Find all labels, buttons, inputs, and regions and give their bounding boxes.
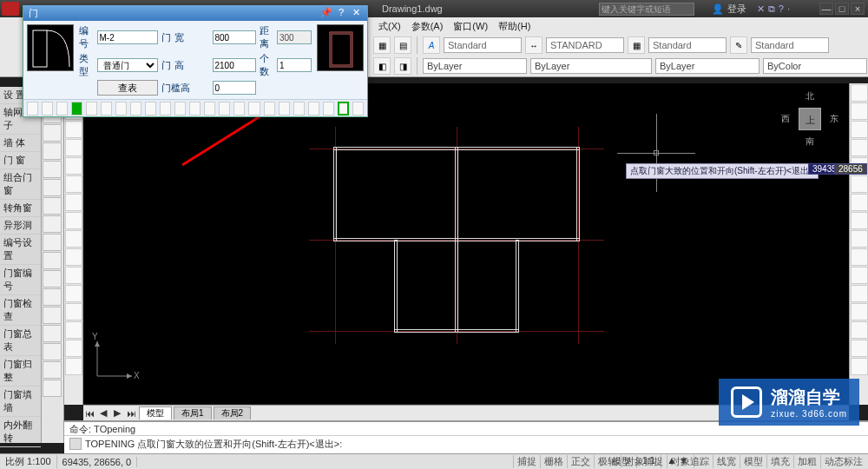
tab-nav-first[interactable]: ⏮ <box>83 408 95 419</box>
width-input[interactable] <box>213 30 256 44</box>
dim-style-icon[interactable]: ↔ <box>525 36 542 54</box>
menu-help[interactable]: 帮助(H) <box>493 20 536 33</box>
dtb-12[interactable] <box>189 102 201 116</box>
toggle-osnap[interactable]: 对象捕捉 <box>621 455 667 468</box>
lp-flip-io[interactable]: 内外翻转 <box>0 417 41 447</box>
draw-spline-icon[interactable] <box>65 230 82 248</box>
lp2-13[interactable] <box>43 307 62 324</box>
toggle-polar[interactable]: 极轴 <box>594 455 621 468</box>
draw-arc-icon[interactable] <box>65 139 82 156</box>
lookup-button[interactable]: 查表 <box>97 80 158 96</box>
dtb-23[interactable] <box>352 102 364 116</box>
dtb-1[interactable] <box>27 102 38 116</box>
toggle-fill[interactable]: 填充 <box>766 455 793 468</box>
lp2-15[interactable] <box>43 343 62 360</box>
menu-params[interactable]: 参数(A) <box>406 20 449 33</box>
dtb-19[interactable] <box>293 102 305 116</box>
lp-numset[interactable]: 编号设置 <box>0 234 41 265</box>
mod-11[interactable] <box>851 267 868 284</box>
dtb-13[interactable] <box>204 102 215 116</box>
dtb-2[interactable] <box>42 102 53 116</box>
door-plan-preview[interactable] <box>27 24 74 71</box>
height-input[interactable] <box>213 58 256 72</box>
vc-top[interactable]: 上 <box>799 108 821 130</box>
lp-wall[interactable]: 墙 体 <box>0 135 41 152</box>
mod-1[interactable] <box>851 84 868 102</box>
lp2-12[interactable] <box>43 288 62 306</box>
dtb-4[interactable] <box>71 102 82 116</box>
lp2-5[interactable] <box>43 161 62 178</box>
lp2-7[interactable] <box>43 197 62 215</box>
draw-region-icon[interactable] <box>65 303 82 320</box>
dtb-9[interactable] <box>145 102 156 116</box>
mod-10[interactable] <box>851 248 868 266</box>
menu-x[interactable]: 式(X) <box>373 20 406 33</box>
login-area[interactable]: 👤 登录 <box>712 3 746 16</box>
dtb-16[interactable] <box>248 102 260 116</box>
toggle-bold[interactable]: 加粗 <box>793 455 820 468</box>
layer-btn-2[interactable]: ◨ <box>394 57 411 75</box>
mod-15[interactable] <box>851 340 868 357</box>
dtb-10[interactable] <box>160 102 171 116</box>
lp2-16[interactable] <box>43 361 62 379</box>
ml-style-icon[interactable]: ✎ <box>730 36 747 54</box>
count-input[interactable] <box>277 58 312 72</box>
toggle-ortho[interactable]: 正交 <box>567 455 594 468</box>
dim-style-drop[interactable]: STANDARD <box>546 37 624 53</box>
table-style-drop[interactable]: Standard <box>648 37 727 53</box>
mod-4[interactable] <box>851 139 868 156</box>
qat-a-icon[interactable]: ⧉ <box>768 3 775 15</box>
qat-help-icon[interactable]: ? <box>779 3 784 14</box>
status-scale[interactable]: 比例 1:100 <box>0 455 57 468</box>
mod-6[interactable] <box>851 175 868 193</box>
layer-drop[interactable]: ByLayer <box>423 58 527 74</box>
draw-point-icon[interactable] <box>65 248 82 266</box>
lp-number[interactable]: 门窗编号 <box>0 265 41 295</box>
mod-8[interactable] <box>851 212 868 229</box>
draw-ellipse-icon[interactable] <box>65 194 82 211</box>
lp-adjust[interactable]: 门窗归整 <box>0 356 41 386</box>
mod-9[interactable] <box>851 230 868 248</box>
mod-3[interactable] <box>851 121 868 138</box>
close-button[interactable]: × <box>851 3 865 15</box>
lp2-3[interactable] <box>43 124 62 142</box>
lp-door-window[interactable]: 门 窗 <box>0 152 41 169</box>
view-cube[interactable]: 上 北 南 西 东 <box>779 89 840 149</box>
menu-window[interactable]: 窗口(W) <box>448 20 493 33</box>
lp2-6[interactable] <box>43 179 62 196</box>
lineweight-drop[interactable]: ByLayer <box>655 58 760 74</box>
lp2-10[interactable] <box>43 252 62 269</box>
mod-12[interactable] <box>851 285 868 302</box>
mod-13[interactable] <box>851 303 868 320</box>
lp-combo[interactable]: 组合门窗 <box>0 169 41 200</box>
ribbon-btn-2[interactable]: ▤ <box>394 36 411 54</box>
dtb-17[interactable] <box>264 102 275 116</box>
dialog-pin-icon[interactable]: 📌 <box>320 7 332 19</box>
draw-hatch-icon[interactable] <box>65 212 82 229</box>
dtb-5[interactable] <box>86 102 97 116</box>
dtb-14[interactable] <box>219 102 230 116</box>
lp2-8[interactable] <box>43 215 62 233</box>
table-style-icon[interactable]: ▦ <box>628 36 645 54</box>
toggle-lwt[interactable]: 线宽 <box>713 455 740 468</box>
ml-style-drop[interactable]: Standard <box>751 37 829 53</box>
draw-table-icon[interactable] <box>65 321 82 339</box>
draw-mtext-icon[interactable] <box>65 340 82 357</box>
dialog-close-icon[interactable]: ✕ <box>350 7 362 19</box>
lp2-9[interactable] <box>43 234 62 251</box>
dtb-8[interactable] <box>130 102 141 116</box>
lp2-11[interactable] <box>43 270 62 287</box>
maximize-button[interactable]: □ <box>835 3 849 15</box>
text-style-drop[interactable]: Standard <box>444 37 522 53</box>
dtb-15[interactable] <box>233 102 245 116</box>
tab-layout1[interactable]: 布局1 <box>174 406 212 419</box>
type-select[interactable]: 普通门 <box>97 58 158 72</box>
toggle-grid[interactable]: 栅格 <box>540 455 567 468</box>
ribbon-btn-1[interactable]: ▦ <box>373 36 391 54</box>
tab-nav-last[interactable]: ⏭ <box>125 408 137 419</box>
toggle-snap[interactable]: 捕捉 <box>513 455 540 468</box>
dialog-title-bar[interactable]: 门 📌 ? ✕ <box>23 5 367 21</box>
lp2-17[interactable] <box>43 380 62 397</box>
qat-x-icon[interactable]: ✕ <box>757 3 765 15</box>
tab-nav-prev[interactable]: ◀ <box>97 407 109 419</box>
